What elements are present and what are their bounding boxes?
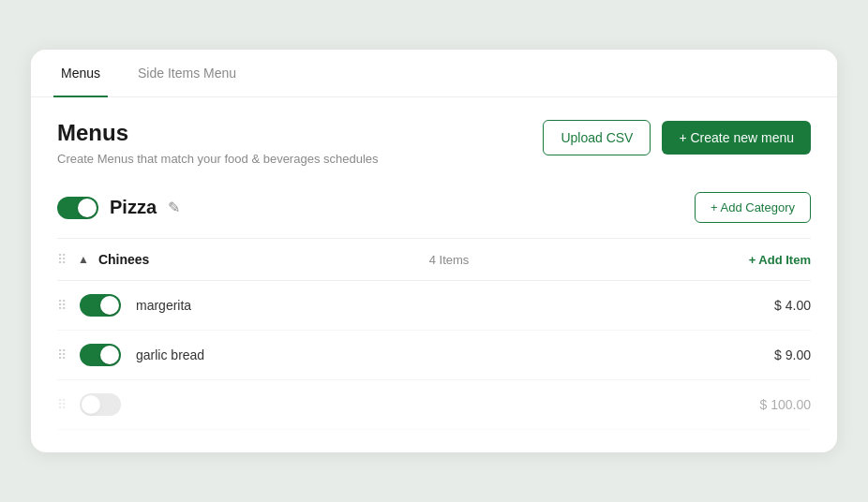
tab-side-items[interactable]: Side Items Menu bbox=[130, 51, 244, 97]
main-card: Menus Side Items Menu Menus Create Menus… bbox=[31, 50, 837, 452]
chevron-up-icon[interactable]: ▲ bbox=[78, 253, 89, 266]
item-toggle[interactable] bbox=[80, 344, 121, 366]
item-price: $ 9.00 bbox=[774, 347, 811, 362]
page-header: Menus Create Menus that match your food … bbox=[57, 120, 811, 166]
item-toggle[interactable] bbox=[80, 393, 121, 416]
page-content: Menus Create Menus that match your food … bbox=[31, 97, 837, 452]
drag-handle-icon[interactable]: ⠿ bbox=[57, 347, 68, 362]
create-menu-button[interactable]: + Create new menu bbox=[662, 121, 811, 155]
add-item-button[interactable]: + Add Item bbox=[749, 253, 811, 267]
menu-toggle[interactable] bbox=[57, 197, 98, 219]
category-name: Chinees bbox=[98, 252, 149, 267]
item-price: $ 4.00 bbox=[774, 298, 811, 313]
drag-handle-icon[interactable]: ⠿ bbox=[57, 252, 68, 267]
menu-header-left: Pizza ✎ bbox=[57, 197, 180, 219]
header-actions: Upload CSV + Create new menu bbox=[543, 120, 811, 155]
page-title: Menus bbox=[57, 120, 379, 146]
add-category-button[interactable]: + Add Category bbox=[695, 192, 811, 223]
drag-handle-icon[interactable]: ⠿ bbox=[57, 397, 68, 412]
edit-menu-icon[interactable]: ✎ bbox=[168, 199, 180, 216]
page-subtitle: Create Menus that match your food & beve… bbox=[57, 152, 379, 166]
page-header-text: Menus Create Menus that match your food … bbox=[57, 120, 379, 166]
menu-item-left: ⠿ garlic bread bbox=[57, 344, 204, 366]
menu-item-row-faded: ⠿ $ 100.00 bbox=[57, 380, 811, 430]
item-name: garlic bread bbox=[136, 347, 204, 362]
item-name: margerita bbox=[136, 298, 191, 313]
menu-item-row: ⠿ margerita $ 4.00 bbox=[57, 281, 811, 331]
item-toggle[interactable] bbox=[80, 294, 121, 317]
drag-handle-icon[interactable]: ⠿ bbox=[57, 298, 68, 313]
item-price: $ 100.00 bbox=[760, 397, 812, 412]
menu-section: Pizza ✎ + Add Category ⠿ ▲ Chinees 4 Ite… bbox=[57, 192, 811, 430]
tab-menus[interactable]: Menus bbox=[53, 51, 108, 97]
menu-item-left: ⠿ bbox=[57, 393, 140, 416]
upload-csv-button[interactable]: Upload CSV bbox=[543, 120, 651, 155]
category-right: + Add Item bbox=[749, 253, 811, 267]
menu-item-left: ⠿ margerita bbox=[57, 294, 191, 317]
category-row: ⠿ ▲ Chinees 4 Items + Add Item bbox=[57, 238, 811, 281]
menu-header-row: Pizza ✎ + Add Category bbox=[57, 192, 811, 223]
tabs-bar: Menus Side Items Menu bbox=[31, 50, 837, 97]
item-name bbox=[136, 397, 140, 412]
menu-name: Pizza bbox=[110, 197, 157, 218]
menu-item-row: ⠿ garlic bread $ 9.00 bbox=[57, 331, 811, 380]
category-left: ⠿ ▲ Chinees bbox=[57, 252, 149, 267]
items-count: 4 Items bbox=[429, 253, 470, 267]
